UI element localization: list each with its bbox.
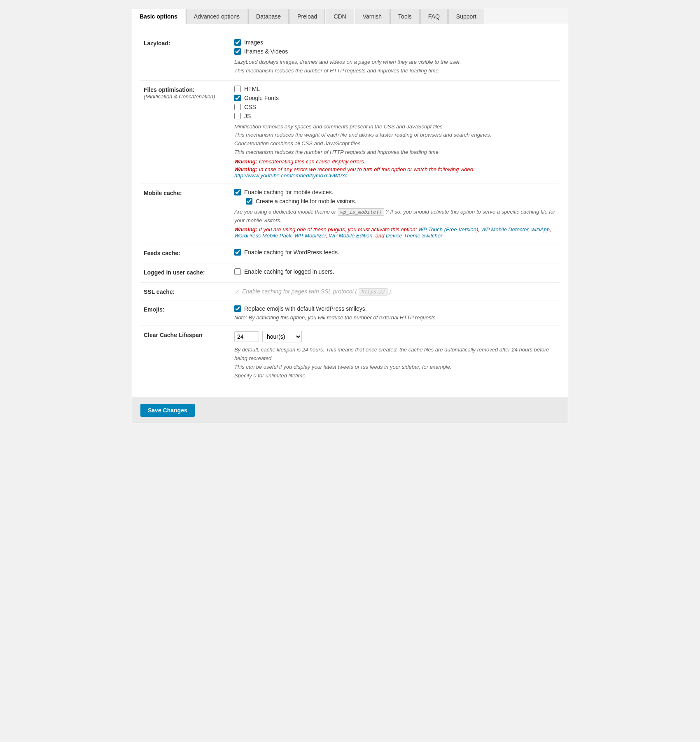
logged-in-cache-checkbox[interactable] xyxy=(234,268,241,275)
opt-js-label[interactable]: JS xyxy=(244,113,251,119)
feeds-cache-enable-row: Enable caching for WordPress feeds. xyxy=(234,249,556,256)
save-changes-button[interactable]: Save Changes xyxy=(140,404,195,417)
clear-cache-lifespan-number[interactable] xyxy=(234,331,259,342)
ssl-cache-text: Enable caching for pages with SSL protoc… xyxy=(242,288,392,295)
ssl-cache-row: SSL cache: ✓ Enable caching for pages wi… xyxy=(140,283,560,300)
ssl-https-code: https:// xyxy=(359,288,387,295)
files-warning2: Warning: In case of any errors we recomm… xyxy=(234,166,556,179)
logged-in-cache-enable-label[interactable]: Enable caching for logged in users. xyxy=(244,268,334,275)
tab-tools[interactable]: Tools xyxy=(390,9,420,24)
wp-is-mobile-code: wp_is_mobile() xyxy=(338,208,384,216)
logged-in-cache-enable-row: Enable caching for logged in users. xyxy=(234,268,556,275)
save-bar: Save Changes xyxy=(132,398,568,423)
opt-css-row: CSS xyxy=(234,104,556,110)
lazyload-controls: Images Iframes & Videos LazyLoad display… xyxy=(231,34,560,80)
plugin-devicethemeswitcher-link[interactable]: Device Theme Switcher xyxy=(386,233,442,239)
emojis-row: Emojis: Replace emojis with default Word… xyxy=(140,300,560,326)
files-optimisation-label: Files optimisation: (Minification & Conc… xyxy=(140,80,231,184)
tab-faq[interactable]: FAQ xyxy=(420,9,448,24)
opt-css-label[interactable]: CSS xyxy=(244,104,256,110)
tab-navigation: Basic options Advanced options Database … xyxy=(132,8,568,24)
lazyload-iframes-row: Iframes & Videos xyxy=(234,48,556,55)
ssl-cache-content: ✓ Enable caching for pages with SSL prot… xyxy=(234,288,556,295)
clear-cache-lifespan-description: By default, cache lifespan is 24 hours. … xyxy=(234,346,556,380)
files-optimisation-row: Files optimisation: (Minification & Conc… xyxy=(140,80,560,184)
clear-cache-lifespan-row: Clear Cache Lifespan second(s) minute(s)… xyxy=(140,326,560,385)
files-warning2-link[interactable]: http://www.youtube.com/embed/kymoxCwW03c xyxy=(234,172,348,179)
mobile-cache-enable-label[interactable]: Enable caching for mobile devices. xyxy=(244,189,333,195)
mobile-cache-create-row: Create a caching file for mobile visitor… xyxy=(246,198,556,205)
tab-basic[interactable]: Basic options xyxy=(132,9,185,24)
emojis-label: Emojis: xyxy=(140,300,231,326)
emojis-note: Note: By activating this option, you wil… xyxy=(234,314,556,321)
lazyload-iframes-label[interactable]: Iframes & Videos xyxy=(244,48,288,55)
opt-googlefonts-row: Google Fonts xyxy=(234,95,556,101)
settings-table: Lazyload: Images Iframes & Videos LazyLo… xyxy=(140,34,560,385)
lazyload-images-row: Images xyxy=(234,39,556,46)
logged-in-cache-label: Logged in user cache: xyxy=(140,263,231,283)
mobile-cache-description: Are you using a dedicated mobile theme o… xyxy=(234,208,556,225)
ssl-cache-label: SSL cache: xyxy=(140,283,231,300)
feeds-cache-checkbox[interactable] xyxy=(234,249,241,256)
opt-js-row: JS xyxy=(234,113,556,119)
clear-cache-lifespan-controls: second(s) minute(s) hour(s) day(s) By de… xyxy=(231,326,560,385)
lazyload-row: Lazyload: Images Iframes & Videos LazyLo… xyxy=(140,34,560,80)
tab-cdn[interactable]: CDN xyxy=(326,9,354,24)
tab-preload[interactable]: Preload xyxy=(289,9,325,24)
mobile-cache-controls: Enable caching for mobile devices. Creat… xyxy=(231,184,560,244)
lazyload-images-label[interactable]: Images xyxy=(244,39,263,46)
lazyload-label: Lazyload: xyxy=(140,34,231,80)
mobile-cache-enable-row: Enable caching for mobile devices. xyxy=(234,189,556,195)
files-warning1: Warning: Concatenating files can cause d… xyxy=(234,158,556,165)
opt-html-checkbox[interactable] xyxy=(234,86,241,92)
mobile-cache-create-checkbox[interactable] xyxy=(246,198,252,205)
opt-googlefonts-label[interactable]: Google Fonts xyxy=(244,95,279,101)
clear-cache-lifespan-label: Clear Cache Lifespan xyxy=(140,326,231,385)
ssl-cache-controls: ✓ Enable caching for pages with SSL prot… xyxy=(231,283,560,300)
feeds-cache-controls: Enable caching for WordPress feeds. xyxy=(231,244,560,263)
tab-database[interactable]: Database xyxy=(248,9,289,24)
mobile-cache-enable-checkbox[interactable] xyxy=(234,189,241,195)
opt-js-checkbox[interactable] xyxy=(234,113,241,119)
feeds-cache-row: Feeds cache: Enable caching for WordPres… xyxy=(140,244,560,263)
emojis-enable-label[interactable]: Replace emojis with default WordPress sm… xyxy=(244,305,367,312)
plugin-wpmobileedition-link[interactable]: WP Mobile Edition xyxy=(329,233,373,239)
plugin-wordpressmobilepack-link[interactable]: WordPress Mobile Pack xyxy=(234,233,292,239)
clear-cache-lifespan-inputs: second(s) minute(s) hour(s) day(s) xyxy=(234,331,556,342)
opt-css-checkbox[interactable] xyxy=(234,104,241,110)
content-area: Lazyload: Images Iframes & Videos LazyLo… xyxy=(132,24,568,398)
plugin-wiziapp-link[interactable]: wiziApp xyxy=(531,226,550,233)
emojis-enable-row: Replace emojis with default WordPress sm… xyxy=(234,305,556,312)
opt-googlefonts-checkbox[interactable] xyxy=(234,95,241,101)
emojis-checkbox[interactable] xyxy=(234,305,241,312)
opt-html-row: HTML xyxy=(234,86,556,92)
lazyload-iframes-checkbox[interactable] xyxy=(234,48,241,55)
mobile-cache-row: Mobile cache: Enable caching for mobile … xyxy=(140,184,560,244)
mobile-cache-warning: Warning: If you are using one of these p… xyxy=(234,226,556,239)
feeds-cache-label: Feeds cache: xyxy=(140,244,231,263)
files-optimisation-controls: HTML Google Fonts CSS JS xyxy=(231,80,560,184)
plugin-wpmobilizer-link[interactable]: WP-Mobilizer xyxy=(294,233,326,239)
tab-varnish[interactable]: Varnish xyxy=(355,9,390,24)
lazyload-images-checkbox[interactable] xyxy=(234,39,241,46)
logged-in-cache-row: Logged in user cache: Enable caching for… xyxy=(140,263,560,283)
mobile-cache-create-label[interactable]: Create a caching file for mobile visitor… xyxy=(256,198,356,205)
emojis-controls: Replace emojis with default WordPress sm… xyxy=(231,300,560,326)
tab-advanced[interactable]: Advanced options xyxy=(186,9,247,24)
opt-html-label[interactable]: HTML xyxy=(244,86,260,92)
logged-in-cache-controls: Enable caching for logged in users. xyxy=(231,263,560,283)
ssl-checkmark-icon: ✓ xyxy=(234,288,240,295)
files-optimisation-description: Minification removes any spaces and comm… xyxy=(234,123,556,157)
feeds-cache-enable-label[interactable]: Enable caching for WordPress feeds. xyxy=(244,249,339,256)
lazyload-description: LazyLoad displays images, iframes and vi… xyxy=(234,58,556,75)
plugin-wpmobiledetector-link[interactable]: WP Mobile Detector xyxy=(481,226,528,233)
mobile-cache-label: Mobile cache: xyxy=(140,184,231,244)
tab-support[interactable]: Support xyxy=(448,9,484,24)
clear-cache-lifespan-unit[interactable]: second(s) minute(s) hour(s) day(s) xyxy=(262,331,302,342)
plugin-wptouch-link[interactable]: WP Touch (Free Version) xyxy=(418,226,478,233)
